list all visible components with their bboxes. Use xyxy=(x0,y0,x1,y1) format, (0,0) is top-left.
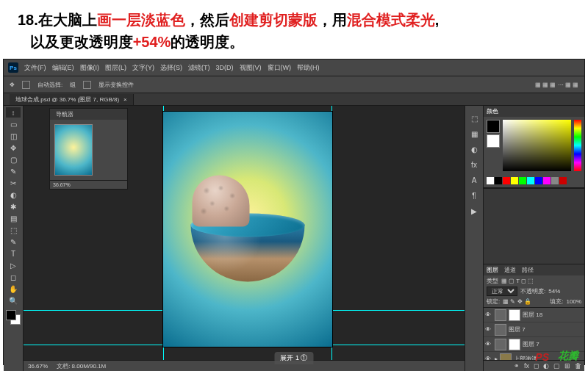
collapsed-panels-strip: ⬚ ▦ ◐ fx A ¶ ▶ xyxy=(465,106,484,371)
photoshop-window: Ps 文件(F) 编辑(E) 图像(I) 图层(L) 文字(Y) 选择(S) 滤… xyxy=(3,59,585,365)
earth-sphere-art xyxy=(191,167,305,281)
layer-thumbnail[interactable] xyxy=(495,324,506,336)
para-icon[interactable]: ¶ xyxy=(472,192,476,200)
options-bar: ✥ 自动选择: 组 显示变换控件 ▦ ▦ ▦ ⋯ ▦ ▦ xyxy=(4,76,584,93)
paths-tab[interactable]: 路径 xyxy=(522,266,534,274)
layer-thumbnail[interactable] xyxy=(495,309,506,321)
navigator-tab[interactable]: 导航器 xyxy=(53,110,76,118)
color-field[interactable] xyxy=(503,120,571,171)
healing-tool[interactable]: ✂ xyxy=(6,178,21,188)
menu-file[interactable]: 文件(F) xyxy=(24,63,46,73)
tab-close-icon[interactable]: × xyxy=(123,96,127,103)
navigator-thumbnail[interactable] xyxy=(54,124,93,176)
history-icon[interactable]: ⬚ xyxy=(471,115,478,123)
eyedropper-tool[interactable]: ✎ xyxy=(6,166,21,176)
layer-name[interactable]: 图层 18 xyxy=(523,311,542,319)
pen-tool[interactable]: ✎ xyxy=(6,237,21,247)
navigator-zoom[interactable]: 36.67% xyxy=(50,180,127,189)
layers-tab[interactable]: 图层 xyxy=(487,266,498,274)
menu-image[interactable]: 图像(I) xyxy=(80,63,100,73)
layer-name[interactable]: 图层 7 xyxy=(509,325,526,334)
align-icons[interactable]: ▦ ▦ ▦ ⋯ ▦ ▦ xyxy=(535,82,578,88)
layer-name[interactable]: 上部海洋 xyxy=(514,355,537,360)
crop-tool[interactable]: ✥ xyxy=(6,143,21,153)
foreground-color[interactable] xyxy=(6,310,16,320)
char-icon[interactable]: A xyxy=(472,176,477,184)
status-doc-size: 文档: 8.00M/90.1M xyxy=(57,362,106,370)
auto-select-dropdown[interactable]: 组 xyxy=(70,81,76,89)
filter-icons[interactable]: ▦ ▢ T ◻ ⬚ xyxy=(501,278,534,284)
opacity-value[interactable]: 54% xyxy=(548,288,560,295)
hue-slider[interactable] xyxy=(574,120,581,171)
menubar: Ps 文件(F) 编辑(E) 图像(I) 图层(L) 文字(Y) 选择(S) 滤… xyxy=(4,60,584,76)
menu-filter[interactable]: 滤镜(T) xyxy=(188,63,210,73)
document-tabs: 地球合成.psd @ 36.7% (图层 7, RGB/8) × xyxy=(4,93,584,106)
navigator-panel[interactable]: 导航器 36.67% xyxy=(49,108,128,190)
adjustments-icon[interactable]: ◐ xyxy=(471,145,478,154)
shape-tool[interactable]: ◻ xyxy=(6,272,21,282)
menu-edit[interactable]: 编辑(E) xyxy=(52,63,74,73)
layer-row[interactable]: 👁 图层 18 xyxy=(484,308,584,322)
adjustment-icon[interactable]: ◐ xyxy=(543,362,549,370)
brush-tool[interactable]: ◐ xyxy=(6,190,21,200)
show-transform-checkbox[interactable] xyxy=(83,81,91,89)
menu-layer[interactable]: 图层(L) xyxy=(105,63,126,73)
bottom-pager[interactable]: 展开 1 ① xyxy=(274,352,313,364)
visibility-icon[interactable]: 👁 xyxy=(485,326,492,333)
menu-view[interactable]: 视图(V) xyxy=(240,63,262,73)
frame-tool[interactable]: ▢ xyxy=(6,154,21,165)
menu-type[interactable]: 文字(Y) xyxy=(132,63,154,73)
mask-icon[interactable]: ◻ xyxy=(534,362,539,370)
fill-value[interactable]: 100% xyxy=(567,298,581,305)
marquee-tool[interactable]: ▭ xyxy=(6,119,21,129)
lock-label: 锁定: xyxy=(487,298,500,306)
stamp-tool[interactable]: ✱ xyxy=(6,201,21,212)
instruction-text: 18.在大脑上画一层淡蓝色，然后创建剪切蒙版，用混合模式柔光, 以及更改透明度+… xyxy=(0,0,588,59)
layer-mask-thumbnail[interactable] xyxy=(509,309,520,321)
menu-help[interactable]: 帮助(H) xyxy=(297,63,320,73)
menu-window[interactable]: 窗口(W) xyxy=(268,63,292,73)
lock-icons[interactable]: ▦ ✎ ✥ 🔒 xyxy=(503,298,531,305)
channels-tab[interactable]: 通道 xyxy=(504,266,516,274)
styles-icon[interactable]: fx xyxy=(471,161,477,169)
move-tool[interactable]: ↕ xyxy=(6,107,21,118)
visibility-icon[interactable]: 👁 xyxy=(485,311,492,318)
visibility-icon[interactable]: 👁 xyxy=(485,341,492,347)
blend-mode-select[interactable]: 正常 xyxy=(487,286,517,296)
bg-swatch[interactable] xyxy=(487,134,500,148)
group-icon[interactable]: ▢ xyxy=(553,362,560,370)
actions-icon[interactable]: ▶ xyxy=(471,207,477,215)
swatches-grid[interactable] xyxy=(484,174,584,187)
layer-thumbnail[interactable] xyxy=(495,339,506,350)
color-tab[interactable]: 颜色 xyxy=(487,107,498,115)
fx-icon[interactable]: fx xyxy=(524,362,529,370)
document-tab[interactable]: 地球合成.psd @ 36.7% (图层 7, RGB/8) × xyxy=(10,94,134,105)
menu-select[interactable]: 选择(S) xyxy=(160,63,182,73)
status-zoom[interactable]: 36.67% xyxy=(28,363,48,370)
new-layer-icon[interactable]: ⊞ xyxy=(564,362,570,370)
panel-gap xyxy=(484,188,584,264)
gradient-tool[interactable]: ▤ xyxy=(6,213,21,223)
hand-tool[interactable]: ✋ xyxy=(6,284,21,294)
artboard[interactable] xyxy=(163,112,332,347)
color-swatches[interactable] xyxy=(6,310,21,325)
swatches-icon[interactable]: ▦ xyxy=(471,130,478,138)
layer-row[interactable]: 👁 图层 7 xyxy=(484,322,584,337)
trash-icon[interactable]: 🗑 xyxy=(575,362,581,370)
path-tool[interactable]: ▷ xyxy=(6,260,21,270)
lasso-tool[interactable]: ◫ xyxy=(6,131,21,141)
eraser-tool[interactable]: ⬚ xyxy=(6,225,21,235)
zoom-tool[interactable]: 🔍 xyxy=(6,295,21,306)
menu-3d[interactable]: 3D(D) xyxy=(216,64,234,71)
fg-swatch[interactable] xyxy=(487,120,500,133)
auto-select-checkbox[interactable] xyxy=(22,81,30,89)
watermark-huaban: 花瓣 xyxy=(558,350,578,363)
layer-mask-thumbnail[interactable] xyxy=(509,339,520,350)
left-toolbar: ↕ ▭ ◫ ✥ ▢ ✎ ✂ ◐ ✱ ▤ ⬚ ✎ T ▷ ◻ ✋ 🔍 xyxy=(4,106,24,371)
link-layers-icon[interactable]: ⚭ xyxy=(514,362,520,370)
layer-name[interactable]: 图层 7 xyxy=(523,340,539,348)
opacity-label: 不透明度: xyxy=(520,287,545,295)
canvas-area[interactable]: 导航器 36.67% 36.67% 文档: 8.00M/90.1M xyxy=(24,106,465,371)
folder-icon[interactable] xyxy=(500,353,512,361)
type-tool[interactable]: T xyxy=(6,248,21,259)
